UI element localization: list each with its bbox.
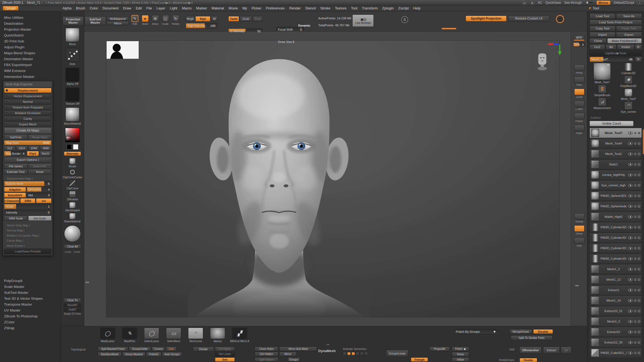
subtool-thumbnail[interactable]: [591, 328, 599, 336]
tray-small-icon[interactable]: [69, 158, 76, 164]
view-toggle-icon[interactable]: [574, 89, 584, 95]
mirror-toggle-button[interactable]: Mirror: [107, 21, 129, 25]
polypaint-toggle-icon[interactable]: [634, 278, 636, 281]
merge-maps-button[interactable]: Merge Maps: [28, 135, 52, 140]
tool-thumbnail-icon[interactable]: ✱: [624, 76, 632, 84]
multiappend-button[interactable]: MultiAppend: [107, 17, 129, 21]
copy-tool-button[interactable]: Copy Tool: [590, 26, 616, 31]
sculpt-head-model[interactable]: [188, 52, 370, 317]
topological-label[interactable]: Topological: [71, 348, 86, 351]
tray-small-icon[interactable]: [69, 169, 76, 175]
zplugin-item[interactable]: ZColor: [0, 319, 61, 325]
activate-symmetry-label[interactable]: Activate Symmetry: [343, 347, 367, 350]
coverage-button[interactable]: Covera: [152, 347, 165, 351]
split-masked-points-button[interactable]: Split Masked Points: [98, 347, 128, 351]
file-names-button[interactable]: File names: [4, 164, 28, 169]
polypaint-toggle-icon[interactable]: [634, 153, 636, 155]
map-border-slider[interactable]: Map Border4: [4, 151, 26, 156]
menu-item[interactable]: Material: [212, 6, 224, 10]
tray-thumbnail[interactable]: Move: [65, 28, 79, 46]
brush-thumbnail[interactable]: Alpha1: [210, 328, 225, 343]
see-through-slider[interactable]: [585, 2, 593, 3]
menu-item[interactable]: Color: [90, 6, 98, 10]
polypaint-toggle-icon[interactable]: [634, 226, 636, 229]
mme-header[interactable]: Multi Map Exporter: [4, 82, 52, 87]
tool-thumbnail-icon[interactable]: 45: [594, 63, 611, 80]
load-tool-button[interactable]: Load Tool: [590, 13, 616, 19]
subtool-thumbnail[interactable]: [591, 286, 599, 294]
export-button[interactable]: Export: [616, 32, 642, 37]
tray-collapse-arrows[interactable]: ▴▴: [327, 343, 330, 346]
collapsed-section-header[interactable]: Vector Disp Map |: [4, 223, 52, 228]
zplugin-item[interactable]: QuickSketch: [0, 32, 61, 38]
polypaint-toggle-icon[interactable]: [634, 352, 636, 354]
live-boolean-button[interactable]: ◉◎ Live Boolean: [352, 15, 374, 27]
view-toggle-icon[interactable]: [574, 64, 584, 71]
tool-thumbnail[interactable]: 45 Mesh_Tool7: [590, 63, 615, 84]
subtool-master-button[interactable]: SubTool Master: [85, 16, 106, 26]
map-size-preset-button[interactable]: 2048: [28, 146, 40, 150]
tray-small-item[interactable]: BasicMaterial: [64, 213, 80, 223]
reuv-button[interactable]: ReUV: [39, 151, 52, 156]
lightbox-tools-button[interactable]: Lightbox▶Tools: [590, 50, 642, 56]
view-toggle-button[interactable]: Frame: [574, 113, 584, 122]
double-sided-button[interactable]: Double: [533, 329, 553, 334]
polishg-button[interactable]: PolishG: [146, 352, 161, 357]
symmetry-toggle[interactable]: [352, 352, 355, 355]
polypaint-toggle-icon[interactable]: [634, 341, 636, 344]
subtool-row[interactable]: Wallet_High2: [590, 212, 642, 222]
subtool-row[interactable]: Mesh3_3: [590, 316, 642, 327]
zremesher-button[interactable]: ZRemesher: [519, 347, 541, 354]
view-toggle-button[interactable]: Persp: [574, 64, 584, 74]
subtool-thumbnail[interactable]: [591, 150, 599, 158]
view-toggle-icon[interactable]: [574, 125, 584, 131]
brush-thumbnail-icon[interactable]: ◯: [100, 328, 115, 339]
polypaint-toggle-icon[interactable]: [634, 268, 636, 270]
mrgb-button[interactable]: Mrgb: [186, 16, 195, 21]
paste-tool-button[interactable]: Paste Tool: [616, 26, 642, 31]
display-toggle-button[interactable]: Transp: [574, 213, 584, 223]
mirror-and-weld-button[interactable]: Mirror And Weld: [279, 347, 317, 351]
keepgroups-label[interactable]: KeepGroups: [499, 359, 514, 361]
uv-toggle-icon[interactable]: [638, 226, 640, 229]
cust1-label[interactable]: Cust1: [65, 250, 71, 253]
del-mt-button[interactable]: DelMT: [64, 308, 81, 312]
adaptive-button[interactable]: Adaptive: [4, 187, 26, 192]
subtool-thumbnail[interactable]: [591, 296, 599, 305]
map-toggle-button[interactable]: Displacement: [4, 88, 52, 93]
visible-count-slider[interactable]: Visible Count: [590, 121, 634, 126]
visibility-eye-icon[interactable]: [628, 257, 633, 260]
polish-button[interactable]: Polish: [452, 347, 469, 351]
subtool-thumbnail[interactable]: [591, 307, 599, 315]
menu-item[interactable]: File: [146, 6, 152, 10]
intensity-slider[interactable]: Intensity0: [4, 210, 52, 215]
brush-thumbnail[interactable]: ◜ SliceCurve: [188, 328, 203, 343]
display-toggle-icon[interactable]: [574, 237, 584, 244]
tray-thumbnail-icon[interactable]: [65, 88, 79, 102]
auto-groups-button[interactable]: Auto Groups: [162, 352, 182, 357]
load-save-presets-button[interactable]: Load/Save Presets: [4, 248, 52, 254]
uv-toggle-icon[interactable]: [638, 174, 640, 176]
store-mt-button[interactable]: StoreMT: [64, 303, 81, 307]
extract-button[interactable]: Extract: [543, 347, 560, 354]
uv-toggle-icon[interactable]: [638, 299, 640, 302]
tool-thumbnail-icon[interactable]: ◠: [624, 102, 632, 110]
uv-toggle-icon[interactable]: [638, 289, 640, 291]
visibility-eye-icon[interactable]: [628, 142, 633, 145]
tray-small-item[interactable]: ClipCircleCenter: [63, 169, 82, 179]
collapsed-section-header[interactable]: Ambient Occlusion Map |: [4, 233, 52, 238]
mode-button[interactable]: ✎ Edit: [130, 15, 140, 25]
inflate-button[interactable]: Inflate: [452, 357, 469, 362]
menu-item[interactable]: Edit: [136, 6, 142, 10]
right-tray-toggle-arrows[interactable]: ◀▶: [575, 284, 580, 287]
tool-thumbnail-icon[interactable]: S: [598, 85, 606, 93]
create-all-maps-button[interactable]: Create All Maps: [4, 127, 52, 134]
tray-thumbnail[interactable]: BasicMaterial: [64, 107, 81, 125]
polypaint-toggle-icon[interactable]: [634, 174, 636, 176]
zplugin-item[interactable]: ZBrush To Photoshop: [0, 313, 61, 319]
right-palette-header[interactable]: ◤ Tool: [589, 5, 599, 11]
smoothuv-button[interactable]: SmoothUV: [4, 193, 26, 198]
visibility-eye-icon[interactable]: [628, 331, 633, 334]
map-toggle-button[interactable]: Normal: [4, 99, 52, 104]
uv-toggle-icon[interactable]: [638, 341, 640, 344]
